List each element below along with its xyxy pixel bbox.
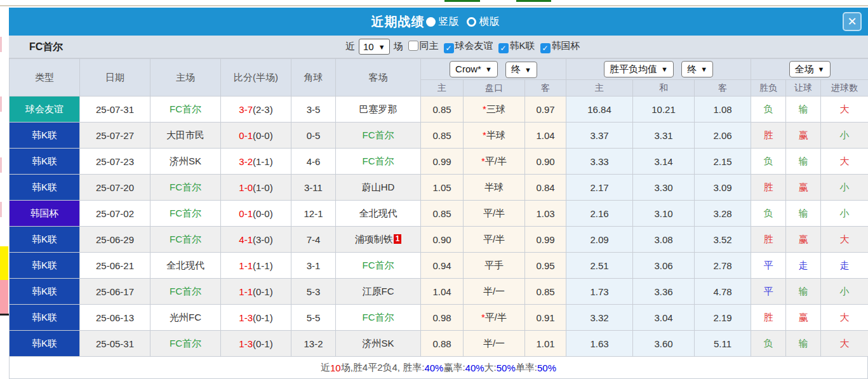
goals-result: 大 bbox=[821, 149, 868, 175]
score-cell: 1-3(0-1) bbox=[221, 331, 291, 357]
europe-home-odds: 3.32 bbox=[566, 305, 633, 331]
europe-time-select[interactable]: 终 ▼ bbox=[681, 61, 713, 77]
europe-away-odds: 1.08 bbox=[695, 96, 751, 123]
chevron-down-icon: ▼ bbox=[378, 43, 385, 51]
europe-away-odds: 4.78 bbox=[695, 279, 751, 305]
match-date: 25-05-31 bbox=[80, 331, 150, 357]
match-row: 韩K联25-07-20FC首尔1-0(1-0)3-11蔚山HD1.05半球0.8… bbox=[10, 175, 868, 201]
chevron-down-icon: ▼ bbox=[661, 65, 668, 73]
europe-draw-odds: 10.21 bbox=[633, 96, 695, 123]
chevron-down-icon: ▼ bbox=[700, 65, 707, 73]
sub-header-eu-home: 主 bbox=[566, 80, 633, 96]
radio-horizontal-label[interactable]: 横版 bbox=[479, 15, 500, 29]
away-team: 浦项制铁1 bbox=[336, 227, 421, 253]
table-body: 球会友谊25-07-31FC首尔3-7(2-3)3-5巴塞罗那0.85*三球0.… bbox=[10, 96, 868, 357]
away-team: 江原FC bbox=[336, 279, 421, 305]
filter-checkbox-group: 同主✓球会友谊✓韩K联✓韩国杯 bbox=[403, 40, 580, 53]
checkbox-label[interactable]: 同主 bbox=[420, 40, 439, 51]
score-cell: 1-1(1-1) bbox=[221, 253, 291, 279]
summary-segment: 40% bbox=[465, 362, 484, 373]
handicap-away-odds: 0.97 bbox=[525, 96, 566, 123]
handicap-home-odds: 0.88 bbox=[421, 331, 464, 357]
checkbox-competition-2[interactable]: ✓ bbox=[498, 43, 509, 53]
sub-header-handicap-result: 让球 bbox=[786, 80, 821, 96]
competition-badge: 韩K联 bbox=[10, 149, 80, 175]
corner-score: 5-5 bbox=[291, 305, 336, 331]
checkbox-same-home[interactable] bbox=[408, 41, 418, 51]
checkbox-label[interactable]: 球会友谊 bbox=[455, 40, 493, 51]
europe-draw-odds: 3.31 bbox=[633, 123, 695, 149]
radio-vertical-layout[interactable] bbox=[426, 17, 436, 27]
competition-badge: 韩K联 bbox=[10, 123, 80, 149]
away-team: 蔚山HD bbox=[336, 175, 421, 201]
europe-draw-odds: 3.60 bbox=[633, 331, 695, 357]
handicap-line: 半/一 bbox=[464, 279, 525, 305]
col-header-score: 比分(半场) bbox=[221, 59, 291, 96]
summary-segment: 场,胜4平2负4, 胜率: bbox=[341, 362, 425, 374]
match-date: 25-07-31 bbox=[80, 96, 150, 123]
handicap-away-odds: 0.99 bbox=[525, 227, 566, 253]
europe-away-odds: 5.11 bbox=[695, 331, 751, 357]
handicap-line: *平/半 bbox=[464, 305, 525, 331]
close-button[interactable]: ✕ bbox=[843, 12, 862, 31]
handicap-result: 输 bbox=[786, 279, 821, 305]
match-row: 韩K联25-06-21全北现代1-1(1-1)3-1FC首尔0.94平手0.95… bbox=[10, 253, 868, 279]
radio-horizontal-layout[interactable] bbox=[467, 17, 476, 27]
period-select[interactable]: 全场 ▼ bbox=[789, 61, 831, 77]
background-fragment bbox=[0, 37, 2, 52]
handicap-time-select[interactable]: 终 ▼ bbox=[505, 62, 537, 78]
checkbox-competition-1[interactable]: ✓ bbox=[444, 43, 454, 53]
wdl-result: 负 bbox=[751, 149, 786, 175]
recent-count-select[interactable]: 10 ▼ bbox=[359, 39, 390, 55]
handicap-home-odds: 0.85 bbox=[421, 201, 464, 227]
corner-score: 5-3 bbox=[291, 279, 336, 305]
bookmaker-select[interactable]: Crow* ▼ bbox=[450, 61, 498, 77]
filter-bar: FC首尔 近 10 ▼ 场 同主✓球会友谊✓韩K联✓韩国杯 bbox=[9, 36, 868, 58]
background-fragment bbox=[0, 157, 2, 173]
handicap-away-odds: 1.03 bbox=[525, 201, 566, 227]
match-row: 球会友谊25-07-31FC首尔3-7(2-3)3-5巴塞罗那0.85*三球0.… bbox=[10, 96, 868, 123]
handicap-result: 赢 bbox=[786, 123, 821, 149]
match-date: 25-07-23 bbox=[80, 149, 150, 175]
home-team: FC首尔 bbox=[150, 331, 221, 357]
handicap-group-header: Crow* ▼ 终 ▼ bbox=[421, 59, 566, 80]
corner-score: 7-4 bbox=[291, 227, 336, 253]
europe-odds-select[interactable]: 胜平负均值 ▼ bbox=[604, 61, 674, 77]
score-cell: 1-3(0-1) bbox=[221, 305, 291, 331]
handicap-line: 平手 bbox=[464, 253, 525, 279]
home-team: FC首尔 bbox=[150, 279, 221, 305]
match-row: 韩K联25-07-27大田市民0-1(0-0)0-5FC首尔0.85*半球1.0… bbox=[10, 123, 868, 149]
home-team: 光州FC bbox=[150, 305, 221, 331]
goals-result: 大 bbox=[821, 227, 868, 253]
europe-draw-odds: 3.14 bbox=[633, 149, 695, 175]
europe-away-odds: 2.19 bbox=[695, 305, 751, 331]
handicap-result: 赢 bbox=[786, 305, 821, 331]
corner-score: 12-1 bbox=[291, 201, 336, 227]
home-team: FC首尔 bbox=[150, 201, 221, 227]
checkbox-competition-3[interactable]: ✓ bbox=[540, 43, 551, 53]
away-team: FC首尔 bbox=[336, 149, 421, 175]
background-fragment bbox=[0, 246, 8, 280]
sub-header-eu-draw: 和 bbox=[633, 80, 695, 96]
checkbox-label[interactable]: 韩国杯 bbox=[552, 40, 580, 51]
handicap-result: 输 bbox=[786, 96, 821, 123]
checkbox-label[interactable]: 韩K联 bbox=[510, 40, 535, 51]
competition-badge: 韩K联 bbox=[10, 305, 80, 331]
match-row: 韩K联25-06-13光州FC1-3(0-1)5-5FC首尔0.98*平/半0.… bbox=[10, 305, 868, 331]
away-team: 巴塞罗那 bbox=[336, 96, 421, 123]
team-name: FC首尔 bbox=[29, 41, 63, 54]
radio-vertical-label[interactable]: 竖版 bbox=[439, 15, 459, 29]
handicap-home-odds: 0.90 bbox=[421, 227, 464, 253]
col-header-home: 主场 bbox=[150, 59, 221, 96]
away-team: 济州SK bbox=[336, 331, 421, 357]
europe-away-odds: 2.06 bbox=[695, 123, 751, 149]
modal-titlebar: 近期战绩 竖版 横版 ✕ bbox=[9, 8, 868, 36]
result-group-header: 全场 ▼ bbox=[751, 59, 868, 80]
match-row: 韩国杯25-07-02FC首尔0-1(0-0)12-1全北现代0.85平/半1.… bbox=[10, 201, 868, 227]
table-header: 类型 日期 主场 比分(半场) 角球 客场 Crow* ▼ 终 ▼ bbox=[10, 59, 868, 96]
goals-result: 大 bbox=[821, 305, 868, 331]
wdl-result: 平 bbox=[751, 279, 786, 305]
handicap-home-odds: 0.98 bbox=[421, 305, 464, 331]
wdl-result: 胜 bbox=[751, 123, 786, 149]
handicap-away-odds: 0.91 bbox=[525, 305, 566, 331]
